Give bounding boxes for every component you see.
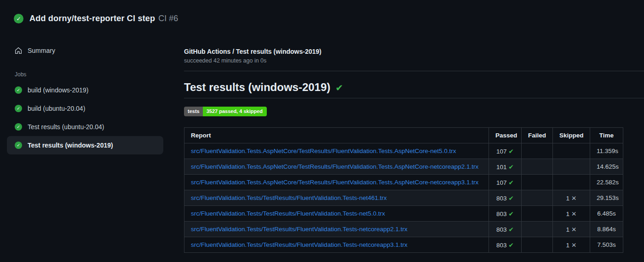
report-link[interactable]: src/FluentValidation.Tests/TestResults/F… [191,210,385,217]
report-link[interactable]: src/FluentValidation.Tests/TestResults/F… [191,226,408,233]
table-row: src/FluentValidation.Tests/TestResults/F… [184,206,623,222]
passed-count: 101 [496,164,507,171]
skipped-count: 1 [566,195,570,202]
sidebar: Summary Jobs ✓ build (windows-2019) ✓ bu… [7,41,163,154]
job-success-icon: ✓ [15,123,22,131]
sidebar-item-job-build-ubuntu[interactable]: ✓ build (ubuntu-20.04) [7,99,163,118]
table-row: src/FluentValidation.Tests/TestResults/F… [184,190,623,206]
column-header-failed: Failed [522,128,553,143]
badge-label: tests [184,107,203,116]
check-run-page: ✓ Add dorny/test-reporter CI step CI #6 … [0,0,644,262]
report-link[interactable]: src/FluentValidation.Tests.AspNetCore/Te… [191,179,478,186]
jobs-section-label: Jobs [7,68,163,81]
check-icon: ✔ [509,163,514,171]
job-label: build (windows-2019) [28,86,88,94]
passed-count: 803 [496,226,507,233]
report-link[interactable]: src/FluentValidation.Tests.AspNetCore/Te… [191,163,478,170]
job-success-icon: ✓ [15,105,22,112]
x-icon: ✕ [571,241,576,249]
passed-count: 803 [496,195,507,202]
passed-count: 803 [496,242,507,249]
table-row: src/FluentValidation.Tests/TestResults/F… [184,237,623,253]
time-value: 7.503s [590,237,623,253]
job-success-icon: ✓ [15,86,22,94]
skipped-count: 1 [566,211,570,217]
passed-count: 107 [496,179,507,186]
column-header-report: Report [184,128,489,143]
time-value: 22.582s [590,175,623,190]
header-divider [184,71,644,71]
time-value: 14.625s [590,159,623,175]
report-link[interactable]: src/FluentValidation.Tests.AspNetCore/Te… [191,148,456,154]
time-value: 6.485s [590,206,623,222]
table-row: src/FluentValidation.Tests.AspNetCore/Te… [184,143,623,159]
sidebar-item-job-test-ubuntu[interactable]: ✓ Test results (ubuntu-20.04) [7,118,163,136]
check-icon: ✔ [509,226,514,233]
sidebar-item-job-test-windows[interactable]: ✓ Test results (windows-2019) [7,136,163,154]
table-row: src/FluentValidation.Tests.AspNetCore/Te… [184,175,623,190]
table-row: src/FluentValidation.Tests/TestResults/F… [184,222,623,237]
badge-value: 3527 passed, 4 skipped [203,107,267,116]
job-success-icon: ✓ [15,142,22,149]
status-line: succeeded 42 minutes ago in 0s [184,57,644,64]
job-label: build (ubuntu-20.04) [28,105,85,112]
report-link[interactable]: src/FluentValidation.Tests/TestResults/F… [191,194,387,201]
check-icon: ✔ [509,179,514,186]
run-title: Add dorny/test-reporter CI step [29,14,155,23]
column-header-time: Time [590,128,623,143]
column-header-passed: Passed [489,128,522,143]
passed-count: 107 [496,148,507,155]
job-label: Test results (ubuntu-20.04) [28,123,104,131]
check-icon: ✔ [509,210,514,217]
time-value: 11.359s [590,143,623,159]
run-number: CI #6 [158,14,178,23]
table-row: src/FluentValidation.Tests.AspNetCore/Te… [184,159,623,175]
check-icon: ✔ [509,194,514,202]
passed-count: 803 [496,211,507,217]
page-title: Test results (windows-2019) ✔ [184,81,644,98]
main-content: GitHub Actions / Test results (windows-2… [184,0,644,253]
x-icon: ✕ [571,194,576,202]
report-link[interactable]: src/FluentValidation.Tests/TestResults/F… [191,241,408,248]
skipped-count: 1 [566,226,570,233]
job-label: Test results (windows-2019) [28,142,113,149]
table-header-row: Report Passed Failed Skipped Time [184,128,623,143]
time-value: 8.864s [590,222,623,237]
results-table: Report Passed Failed Skipped Time src/Fl… [184,127,623,253]
home-icon [15,47,22,54]
tests-badge: tests 3527 passed, 4 skipped [184,107,267,116]
sidebar-item-job-build-windows[interactable]: ✓ build (windows-2019) [7,81,163,99]
x-icon: ✕ [571,226,576,233]
check-icon: ✔ [509,241,514,249]
sidebar-item-summary[interactable]: Summary [7,41,163,60]
check-icon: ✔ [509,148,514,155]
sidebar-summary-label: Summary [28,47,55,54]
run-success-icon: ✓ [14,14,23,23]
page-title-text: Test results (windows-2019) [184,81,330,94]
heading-check-icon: ✔ [335,81,343,93]
run-header: ✓ Add dorny/test-reporter CI step CI #6 [14,14,178,23]
skipped-count: 1 [566,242,570,249]
breadcrumb: GitHub Actions / Test results (windows-2… [184,48,644,55]
time-value: 29.153s [590,190,623,206]
x-icon: ✕ [571,210,576,217]
column-header-skipped: Skipped [553,128,590,143]
